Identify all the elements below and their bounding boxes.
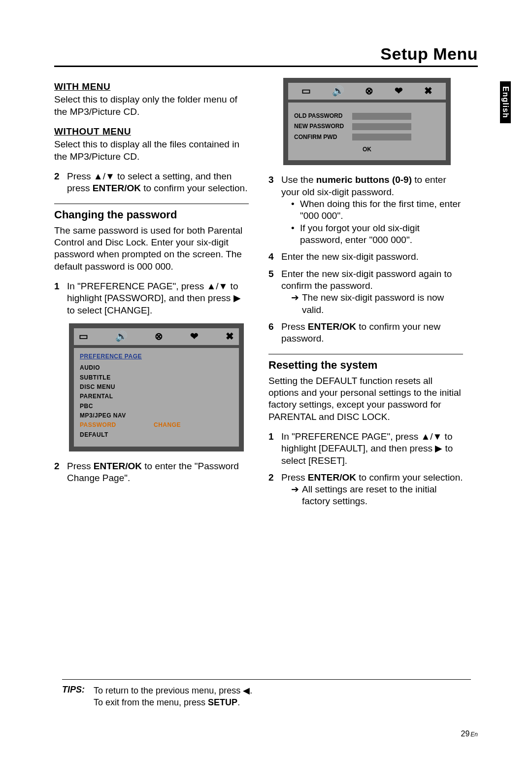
step-text: In "PREFERENCE PAGE", press / to highlig… [281, 431, 463, 467]
osd-title: PREFERENCE PAGE [80, 353, 233, 360]
password-field [352, 113, 411, 120]
step-2-select-setting: 2 Press / to select a setting, and then … [54, 171, 249, 195]
down-arrow-icon [219, 281, 228, 291]
resetting-para: Setting the DEFAULT function resets all … [268, 375, 463, 423]
result-arrow-icon [291, 292, 299, 316]
step-text: Enter the new six-digit password. [281, 251, 463, 263]
numeric-buttons-label: numeric buttons (0-9) [316, 174, 412, 185]
field-label: NEW PASSWORD [294, 123, 352, 130]
step-5: 5 Enter the new six-digit password again… [268, 268, 463, 316]
changing-step-2: 2 Press ENTER/OK to enter the "Password … [54, 460, 249, 485]
osd-body: PREFERENCE PAGE AUDIO SUBTITLE DISC MENU… [74, 348, 239, 447]
osd-row: PBC [80, 403, 233, 410]
two-column-layout: WITH MENU Select this to display only th… [54, 78, 478, 513]
t: Enter the new six-digit password again t… [281, 269, 452, 291]
result-line: The new six-digit password is now valid. [291, 292, 463, 316]
without-menu-text: Select this to display all the files con… [54, 139, 249, 163]
up-arrow-icon [421, 431, 430, 442]
reset-step-1: 1 In "PREFERENCE PAGE", press / to highl… [268, 431, 463, 467]
step-4: 4 Enter the new six-digit password. [268, 251, 463, 263]
step-text: Press ENTER/OK to enter the "Password Ch… [67, 460, 249, 485]
manual-page: Setup Menu WITH MENU Select this to disp… [54, 44, 478, 513]
t: In "PREFERENCE PAGE", press [281, 431, 421, 442]
speaker-icon: 🔊 [115, 330, 128, 343]
circle-x-icon: ⊗ [155, 330, 163, 343]
t: To return to the previous menu, press [94, 686, 243, 695]
screen-icon: ▭ [79, 330, 88, 343]
enter-ok-label: ENTER/OK [94, 461, 142, 471]
osd-preference-page: ▭ 🔊 ⊗ ❤ ✖ PREFERENCE PAGE AUDIO SUBTITLE… [69, 323, 244, 451]
t: In "PREFERENCE PAGE", press [67, 281, 206, 291]
t: . [250, 686, 252, 695]
step-number: 1 [268, 431, 276, 467]
section-divider [54, 204, 249, 204]
step-text: Press ENTER/OK to confirm your selection… [281, 472, 463, 508]
field-label: CONFIRM PWD [294, 134, 352, 141]
t: to confirm your selection. [141, 183, 247, 193]
step-text: Use the numeric buttons (0-9) to enter y… [281, 174, 463, 246]
page-number-value: 29 [461, 729, 470, 738]
sub-bullet: •When doing this for the first time, ent… [291, 198, 463, 222]
t: Press [281, 321, 308, 332]
osd-row-selected: PASSWORDCHANGE [80, 421, 233, 429]
down-arrow-icon [433, 431, 442, 442]
down-arrow-icon [105, 171, 115, 181]
t: Press [281, 472, 308, 483]
enter-ok-label: ENTER/OK [308, 472, 356, 483]
right-arrow-icon [435, 443, 442, 453]
result-line: All settings are reset to the initial fa… [291, 484, 463, 508]
reset-step-2: 2 Press ENTER/OK to confirm your selecti… [268, 472, 463, 508]
changing-step-1: 1 In "PREFERENCE PAGE", press / to highl… [54, 280, 249, 316]
step-number: 2 [54, 460, 62, 485]
step-number: 6 [268, 321, 276, 345]
page-number: 29En [461, 729, 478, 738]
up-arrow-icon [94, 171, 103, 181]
password-field [352, 134, 411, 140]
right-column: ▭ 🔊 ⊗ ❤ ✖ OLD PASSWORD NEW PASSWORD [268, 78, 463, 513]
step-number: 5 [268, 268, 276, 316]
tips-label: TIPS: [62, 685, 85, 709]
osd-password-change: ▭ 🔊 ⊗ ❤ ✖ OLD PASSWORD NEW PASSWORD [283, 78, 451, 165]
heart-box-icon: ❤ [395, 85, 403, 98]
osd-row: MP3/JPEG NAV [80, 412, 233, 419]
osd-field-row: OLD PASSWORD [294, 112, 440, 120]
page-number-lang: En [470, 731, 478, 738]
step-number: 2 [268, 472, 276, 508]
step-text: Enter the new six-digit password again t… [281, 268, 463, 316]
up-arrow-icon [206, 281, 216, 291]
osd-row: AUDIO [80, 364, 233, 372]
t: . [237, 697, 240, 707]
osd-body: OLD PASSWORD NEW PASSWORD CONFIRM PWD OK [288, 103, 446, 160]
field-label: OLD PASSWORD [294, 112, 352, 120]
resetting-heading: Resetting the system [268, 358, 463, 372]
page-title: Setup Menu [54, 44, 478, 67]
t: The new six-digit password is now valid. [302, 292, 463, 316]
circle-x-icon: ⊗ [365, 85, 373, 98]
t: to confirm your selection. [356, 472, 463, 483]
left-arrow-icon [243, 686, 250, 695]
password-field [352, 123, 411, 130]
osd-field-row: CONFIRM PWD [294, 134, 440, 141]
step-3-numeric: 3 Use the numeric buttons (0-9) to enter… [268, 174, 463, 246]
osd-field-row: NEW PASSWORD [294, 123, 440, 130]
with-menu-text: Select this to display only the folder m… [54, 94, 249, 118]
osd-icon-bar: ▭ 🔊 ⊗ ❤ ✖ [74, 328, 239, 345]
result-arrow-icon [291, 484, 299, 508]
right-arrow-icon [233, 293, 241, 303]
sub-bullet: •If you forgot your old six-digit passwo… [291, 222, 463, 246]
t: All settings are reset to the initial fa… [302, 484, 463, 508]
osd-ok-label: OK [294, 146, 440, 153]
step-number: 2 [54, 171, 62, 195]
t: to select [CHANGE]. [67, 305, 152, 315]
step-number: 4 [268, 251, 276, 263]
changing-password-heading: Changing the password [54, 208, 249, 222]
close-icon: ✖ [424, 85, 432, 98]
enter-ok-label: ENTER/OK [308, 321, 356, 332]
osd-row: DEFAULT [80, 431, 233, 439]
screen-icon: ▭ [301, 85, 311, 98]
t: If you forgot your old six-digit passwor… [300, 222, 463, 246]
t: Use the [281, 174, 316, 185]
section-divider [268, 354, 463, 354]
step-number: 1 [54, 280, 62, 316]
t: Press [67, 461, 94, 471]
